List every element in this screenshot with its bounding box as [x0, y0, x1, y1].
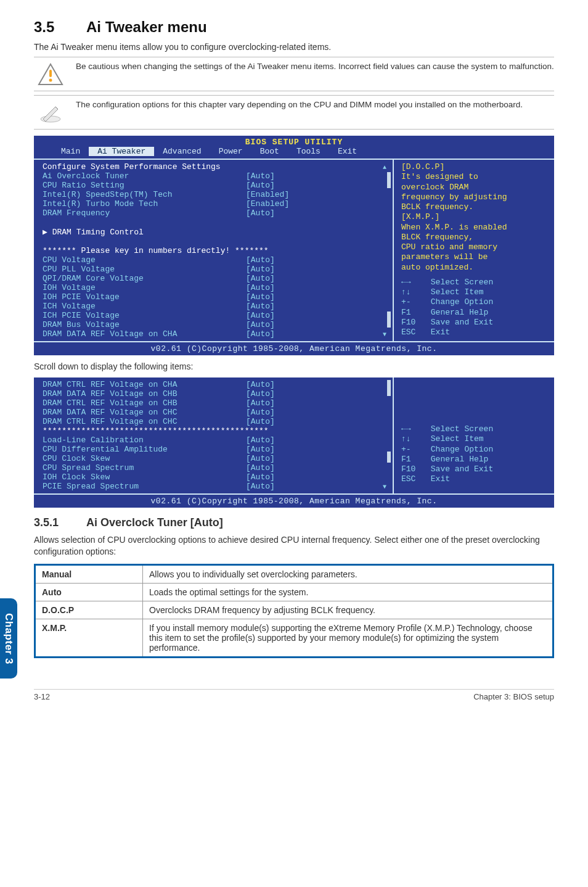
- bios-tab-main[interactable]: Main: [52, 147, 89, 156]
- scroll-up-icon[interactable]: [383, 162, 390, 171]
- setting-label: Intel(R) SpeedStep(TM) Tech: [43, 190, 246, 199]
- setting-value: [Enabled]: [246, 199, 289, 208]
- setting-label: ICH PCIE Voltage: [43, 311, 246, 320]
- bios-tab-tools[interactable]: Tools: [288, 147, 329, 156]
- nav-label: Exit: [426, 474, 450, 484]
- bios-setting-row[interactable]: CPU Spread Spectrum[Auto]: [43, 463, 386, 472]
- page-footer: 3-12 Chapter 3: BIOS setup: [34, 689, 554, 701]
- nav-label: Exit: [426, 328, 450, 337]
- setting-value: [Auto]: [246, 389, 275, 398]
- bios-setting-row[interactable]: Intel(R) Turbo Mode Tech[Enabled]: [43, 199, 386, 208]
- bios-setting-row[interactable]: CPU PLL Voltage[Auto]: [43, 265, 386, 274]
- bios-setting-row[interactable]: CPU Clock Skew[Auto]: [43, 454, 386, 463]
- nav-hint: F1 General Help: [401, 308, 548, 318]
- caution-icon: [34, 61, 67, 87]
- bios-tab-power[interactable]: Power: [210, 147, 251, 156]
- bios-setting-row[interactable]: Ai Overclock Tuner[Auto]: [43, 171, 386, 181]
- bios-tab-ai-tweaker[interactable]: Ai Tweaker: [89, 147, 154, 156]
- svg-rect-1: [49, 70, 52, 77]
- scroll-thumb[interactable]: [387, 452, 391, 463]
- bios-left-pane: Configure System Performance Settings Ai…: [34, 160, 394, 341]
- bios-setting-row[interactable]: DRAM Frequency[Auto]: [43, 208, 386, 218]
- nav-hint: ESC Exit: [401, 328, 548, 337]
- scroll-down-icon[interactable]: [383, 482, 390, 491]
- bios-tabs: MainAi TweakerAdvancedPowerBootToolsExit: [34, 147, 554, 159]
- bios-tab-advanced[interactable]: Advanced: [154, 147, 210, 156]
- setting-value: [Auto]: [246, 463, 275, 472]
- scroll-thumb[interactable]: [387, 380, 391, 396]
- chapter-tab: Chapter 3: [0, 598, 17, 679]
- setting-label: DRAM CTRL REF Voltage on CHC: [43, 417, 246, 426]
- bios-setting-row[interactable]: DRAM CTRL REF Voltage on CHC[Auto]: [43, 417, 386, 426]
- bios-title: BIOS SETUP UTILITY: [34, 136, 554, 147]
- bios-setting-row[interactable]: IOH Clock Skew[Auto]: [43, 472, 386, 482]
- nav-key: F1: [401, 455, 426, 464]
- setting-label: IOH PCIE Voltage: [43, 292, 246, 302]
- scroll-thumb[interactable]: [387, 311, 391, 328]
- bios-setting-row[interactable]: DRAM DATA REF Voltage on CHC[Auto]: [43, 408, 386, 417]
- bios-setting-row[interactable]: Load-Line Calibration[Auto]: [43, 435, 386, 445]
- subsection-title: Ai Overclock Tuner [Auto]: [86, 516, 223, 529]
- setting-value: [Auto]: [246, 482, 275, 491]
- bios-setting-row[interactable]: PCIE Spread Spectrum[Auto]: [43, 482, 386, 491]
- nav-key: F10: [401, 318, 426, 328]
- setting-value: [Auto]: [246, 445, 275, 454]
- table-row: ManualAllows you to individually set ove…: [35, 564, 553, 583]
- dram-timing-control[interactable]: ▶ DRAM Timing Control: [43, 227, 246, 237]
- nav-hint: ↑↓ Select Item: [401, 434, 548, 444]
- nav-key: F10: [401, 464, 426, 474]
- bios-setting-row[interactable]: ICH PCIE Voltage[Auto]: [43, 311, 386, 320]
- bios-footer: v02.61 (C)Copyright 1985-2008, American …: [34, 342, 554, 355]
- setting-label: IOH Clock Skew: [43, 472, 246, 482]
- scroll-thumb[interactable]: [387, 172, 391, 188]
- bios-setting-row[interactable]: IOH Voltage[Auto]: [43, 283, 386, 292]
- info-note: The configuration options for this chapt…: [34, 95, 554, 130]
- setting-label: DRAM CTRL REF Voltage on CHA: [43, 380, 246, 389]
- option-value: Overclocks DRAM frequency by adjusting B…: [143, 601, 553, 619]
- setting-label: CPU Voltage: [43, 255, 246, 265]
- nav-key: ←→: [401, 424, 426, 434]
- bios-setting-row[interactable]: DRAM DATA REF Voltage on CHA[Auto]: [43, 329, 386, 339]
- bios-setting-row[interactable]: DRAM CTRL REF Voltage on CHA[Auto]: [43, 380, 386, 389]
- setting-label: CPU PLL Voltage: [43, 265, 246, 274]
- bios-setting-row[interactable]: IOH PCIE Voltage[Auto]: [43, 292, 386, 302]
- nav-label: Select Screen: [426, 424, 493, 434]
- option-value: If you install memory module(s) supporti…: [143, 619, 553, 657]
- scroll-down-icon[interactable]: [383, 329, 390, 339]
- bios-setting-row[interactable]: CPU Differential Amplitude[Auto]: [43, 445, 386, 454]
- nav-key: ↑↓: [401, 434, 426, 444]
- bios-tab-exit[interactable]: Exit: [329, 147, 365, 156]
- nav-label: Change Option: [426, 297, 493, 307]
- nav-label: General Help: [426, 308, 488, 317]
- nav-key: +-: [401, 297, 426, 307]
- setting-value: [Auto]: [246, 311, 275, 320]
- bios-left-pane-2: DRAM CTRL REF Voltage on CHA[Auto]DRAM D…: [34, 377, 394, 493]
- setting-value: [Auto]: [246, 255, 275, 265]
- nav-label: General Help: [426, 455, 488, 464]
- setting-label: DRAM DATA REF Voltage on CHC: [43, 408, 246, 417]
- setting-label: DRAM Bus Voltage: [43, 320, 246, 329]
- setting-value: [Auto]: [246, 283, 275, 292]
- bios-setting-row[interactable]: CPU Voltage[Auto]: [43, 255, 386, 265]
- table-row: D.O.C.POverclocks DRAM frequency by adju…: [35, 601, 553, 619]
- setting-label: Ai Overclock Tuner: [43, 171, 246, 181]
- option-key: X.M.P.: [35, 619, 143, 657]
- bios-setting-row[interactable]: QPI/DRAM Core Voltage[Auto]: [43, 274, 386, 283]
- setting-value: [Auto]: [246, 408, 275, 417]
- bios-setting-row[interactable]: DRAM DATA REF Voltage on CHB[Auto]: [43, 389, 386, 398]
- bios-tab-boot[interactable]: Boot: [251, 147, 288, 156]
- bios-setting-row[interactable]: DRAM Bus Voltage[Auto]: [43, 320, 386, 329]
- setting-value: [Auto]: [246, 435, 275, 445]
- bios-setting-row[interactable]: DRAM CTRL REF Voltage on CHB[Auto]: [43, 398, 386, 408]
- setting-label: PCIE Spread Spectrum: [43, 482, 246, 491]
- bios-setting-row[interactable]: Intel(R) SpeedStep(TM) Tech[Enabled]: [43, 190, 386, 199]
- setting-label: Load-Line Calibration: [43, 435, 246, 445]
- bios-setting-row[interactable]: ICH Voltage[Auto]: [43, 302, 386, 311]
- nav-hint: F10 Save and Exit: [401, 464, 548, 474]
- nav-label: Save and Exit: [426, 318, 493, 327]
- nav-hint: ↑↓ Select Item: [401, 287, 548, 297]
- nav-hint: F10 Save and Exit: [401, 318, 548, 328]
- bios-setting-row[interactable]: CPU Ratio Setting[Auto]: [43, 181, 386, 190]
- setting-value: [Auto]: [246, 171, 275, 181]
- subsection-number: 3.5.1: [34, 516, 86, 529]
